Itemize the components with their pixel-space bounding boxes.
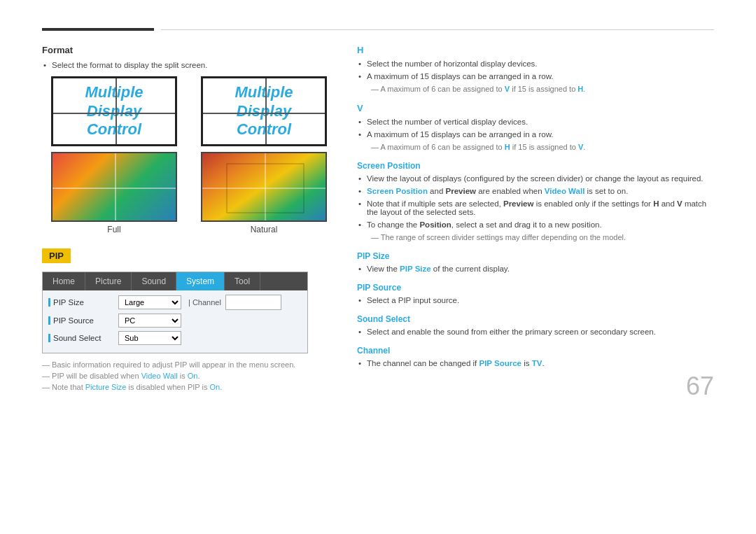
preview-bold: Preview (446, 187, 476, 195)
h-label: H (357, 45, 714, 55)
h-ref-in-v: H (505, 143, 510, 151)
pip-footnotes: Basic information required to adjust PIP… (42, 360, 336, 391)
format-bullet1: Select the format to display the split s… (52, 61, 336, 69)
sound-select-bullet: Select and enable the sound from either … (367, 328, 714, 336)
photo-grid-full (52, 153, 176, 220)
preview-bold-2: Preview (503, 199, 533, 208)
pip-channel-label: | Channel (188, 298, 221, 307)
pip-size-link: PIP Size (400, 265, 431, 273)
grid-overlay-1 (53, 78, 175, 144)
display-natural-photo (201, 152, 327, 222)
top-line (42, 28, 714, 31)
pip-source-title: PIP Source (357, 283, 714, 293)
top-line-dark (42, 28, 154, 31)
sp-bullet-4: To change the Position, select a set and… (367, 220, 714, 229)
pip-size-section: PIP Size View the PIP Size of the curren… (357, 251, 714, 273)
pip-badge: PIP (42, 248, 71, 263)
pip-row-size: PIP Size Large Medium Small | Channel (48, 295, 302, 310)
channel-section: Channel The channel can be changed if PI… (357, 346, 714, 367)
sp-note: The range of screen divider settings may… (371, 233, 714, 241)
format-cell-natural-text: MultipleDisplayControl (192, 76, 336, 146)
h-bullet-1: Select the number of horizontal display … (367, 59, 714, 68)
position-bold: Position (419, 220, 451, 229)
pip-size-title: PIP Size (357, 251, 714, 261)
pip-sound-label: Sound Select (48, 334, 118, 343)
video-wall-link: Video Wall (141, 372, 178, 380)
pip-label-bar (48, 298, 50, 307)
screen-position-title: Screen Position (357, 161, 714, 171)
picture-size-link: Picture Size (85, 383, 127, 391)
channel-title: Channel (357, 346, 714, 356)
h-note: A maximum of 6 can be assigned to V if 1… (371, 85, 714, 93)
sound-select-section: Sound Select Select and enable the sound… (357, 314, 714, 336)
v-bullet-2: A maximum of 15 displays can be arranged… (367, 130, 714, 139)
sp-bullet-2: Screen Position and Preview are enabled … (367, 187, 714, 195)
h-ref-in-h: H (578, 85, 583, 93)
pip-sound-bar (48, 334, 50, 342)
pip-source-link: PIP Source (479, 359, 522, 367)
pip-source-bullet: Select a PIP input source. (367, 296, 714, 304)
format-grid: MultipleDisplayControl MultipleDisplayCo… (42, 76, 336, 234)
video-wall-link-2: Video Wall (545, 187, 585, 195)
pip-channel-input[interactable] (225, 295, 281, 310)
pip-source-label: PIP Source (48, 316, 118, 325)
two-col-layout: Format Select the format to display the … (42, 45, 714, 394)
display-full-photo (51, 152, 177, 222)
pip-tab-picture[interactable]: Picture (85, 272, 132, 290)
flower-photo-full (52, 153, 176, 220)
pip-source-section: PIP Source Select a PIP input source. (357, 283, 714, 304)
photo-grid-natural (202, 153, 326, 220)
v-label: V (357, 103, 714, 113)
channel-bullet: The channel can be changed if PIP Source… (367, 359, 714, 367)
pip-footnote-2: PIP will be disabled when Video Wall is … (42, 372, 336, 380)
pip-ui: Home Picture Sound System Tool PIP Size (42, 272, 308, 353)
format-cell-full-photo: Full (42, 152, 186, 234)
right-column: H Select the number of horizontal displa… (357, 45, 714, 394)
pip-tab-sound[interactable]: Sound (132, 272, 176, 290)
pip-source-select[interactable]: PC TV HDMI (118, 314, 181, 328)
v-bold: V (677, 199, 682, 208)
pip-sound-select[interactable]: Sub Main (118, 331, 181, 345)
flower-photo-natural (202, 153, 326, 220)
caption-natural: Natural (251, 225, 278, 234)
format-title: Format (42, 45, 336, 55)
pip-size-bullet: View the PIP Size of the current display… (367, 265, 714, 273)
sound-select-title: Sound Select (357, 314, 714, 324)
tv-link: TV (532, 359, 542, 367)
pip-row-source: PIP Source PC TV HDMI (48, 314, 302, 328)
on-link-2: On (210, 383, 220, 391)
h-section: H Select the number of horizontal displa… (357, 45, 714, 93)
pip-footnote-1: Basic information required to adjust PIP… (42, 360, 336, 369)
sp-bullet-3: Note that if multiple sets are selected,… (367, 199, 714, 216)
sp-bullet-1: View the layout of displays (configured … (367, 174, 714, 183)
v-section: V Select the number of vertical display … (357, 103, 714, 151)
v-bullet-1: Select the number of vertical display de… (367, 118, 714, 126)
display-natural-text: MultipleDisplayControl (201, 76, 327, 146)
top-line-light (161, 29, 714, 30)
screen-position-section: Screen Position View the layout of displ… (357, 161, 714, 241)
pip-size-select[interactable]: Large Medium Small (118, 295, 181, 309)
page-number: 67 (686, 372, 714, 401)
pip-body: PIP Size Large Medium Small | Channel (43, 290, 307, 353)
pip-tab-tool[interactable]: Tool (225, 272, 260, 290)
v-note: A maximum of 6 can be assigned to H if 1… (371, 143, 714, 151)
left-column: Format Select the format to display the … (42, 45, 336, 394)
pip-size-label: PIP Size (48, 298, 118, 307)
h-bullet-2: A maximum of 15 displays can be arranged… (367, 72, 714, 80)
pip-tab-home[interactable]: Home (43, 272, 85, 290)
pip-tab-system[interactable]: System (176, 272, 225, 290)
on-link-1: On (188, 372, 198, 380)
grid-overlay-2 (203, 78, 325, 144)
pip-section: PIP Home Picture Sound System Tool (42, 248, 336, 391)
v-ref-in-v: V (578, 143, 583, 151)
screen-pos-link: Screen Position (367, 187, 428, 195)
v-ref-in-h: V (505, 85, 510, 93)
format-cell-natural-photo: Natural (192, 152, 336, 234)
format-cell-full-text: MultipleDisplayControl (42, 76, 186, 146)
pip-tabs: Home Picture Sound System Tool (43, 272, 307, 290)
page-container: Format Select the format to display the … (0, 0, 756, 422)
format-section: Format Select the format to display the … (42, 45, 336, 234)
pip-footnote-3: Note that Picture Size is disabled when … (42, 383, 336, 391)
caption-full: Full (107, 225, 120, 234)
pip-source-bar (48, 316, 50, 325)
